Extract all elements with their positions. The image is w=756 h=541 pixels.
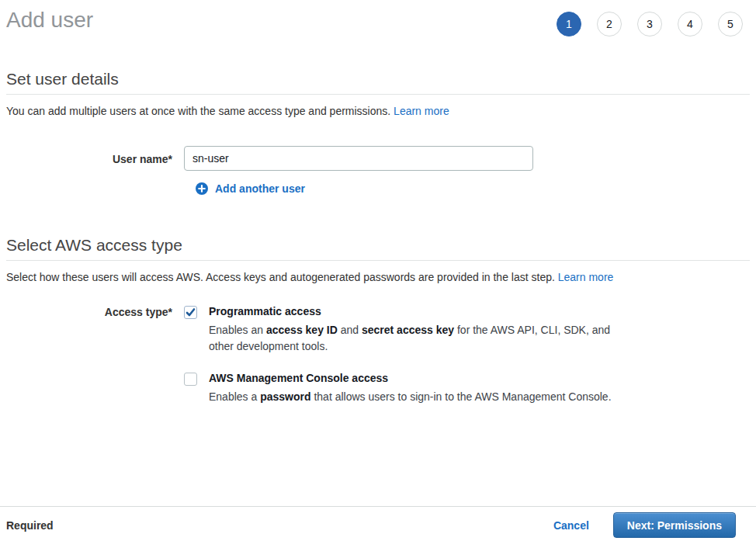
wizard-step-indicator: 1 2 3 4 5 <box>557 12 743 36</box>
desc-text: that allows users to sign-in to the AWS … <box>311 390 612 403</box>
option-programmatic-access: Programmatic access Enables an access ke… <box>184 305 612 355</box>
check-icon <box>186 307 196 317</box>
option-body: Programmatic access Enables an access ke… <box>209 305 612 355</box>
programmatic-access-checkbox[interactable] <box>184 306 197 319</box>
section-heading-access-type: Select AWS access type <box>6 236 750 255</box>
option-desc-programmatic: Enables an access key ID and secret acce… <box>209 322 612 355</box>
page-header: Add user 1 2 3 4 5 <box>6 0 750 36</box>
user-details-intro: You can add multiple users at once with … <box>6 105 750 117</box>
cancel-button[interactable]: Cancel <box>553 519 589 532</box>
username-input[interactable] <box>184 146 533 171</box>
learn-more-link-access-type[interactable]: Learn more <box>558 271 614 283</box>
step-circle-5: 5 <box>718 12 743 36</box>
desc-text: Enables an <box>209 324 266 336</box>
next-permissions-button[interactable]: Next: Permissions <box>613 512 736 538</box>
step-number: 4 <box>687 18 693 30</box>
step-circle-2: 2 <box>597 12 622 36</box>
option-title-programmatic: Programmatic access <box>209 305 612 317</box>
access-type-row: Access type* Programmatic access Enables… <box>6 305 750 405</box>
step-number: 2 <box>606 18 612 30</box>
access-type-label: Access type* <box>6 305 184 318</box>
required-note: Required <box>6 519 54 532</box>
username-row: User name* <box>6 146 750 171</box>
section-heading-user-details: Set user details <box>6 70 750 88</box>
step-circle-3: 3 <box>637 12 662 36</box>
step-circle-4: 4 <box>678 12 702 36</box>
user-details-intro-text: You can add multiple users at once with … <box>6 105 390 117</box>
step-number: 1 <box>566 18 572 30</box>
access-type-intro: Select how these users will access AWS. … <box>6 271 750 283</box>
option-title-console: AWS Management Console access <box>209 372 612 384</box>
console-access-checkbox[interactable] <box>184 373 197 386</box>
option-console-access: AWS Management Console access Enables a … <box>184 372 612 405</box>
step-number: 5 <box>727 18 733 30</box>
wizard-footer: Required Cancel Next: Permissions <box>0 506 756 538</box>
divider <box>6 260 750 261</box>
divider <box>6 94 750 95</box>
add-another-user-button[interactable]: Add another user <box>196 182 305 195</box>
access-type-intro-text: Select how these users will access AWS. … <box>6 271 555 283</box>
desc-bold: secret access key <box>362 324 454 336</box>
plus-circle-icon <box>196 182 208 195</box>
access-type-options: Programmatic access Enables an access ke… <box>184 305 612 405</box>
desc-text: Enables a <box>209 390 260 403</box>
step-circle-1: 1 <box>557 12 581 36</box>
page-title: Add user <box>6 9 93 33</box>
desc-bold: access key ID <box>266 324 338 336</box>
add-user-page: Add user 1 2 3 4 5 Set user details You … <box>0 0 756 405</box>
option-body: AWS Management Console access Enables a … <box>209 372 612 405</box>
desc-text: and <box>338 324 362 336</box>
step-number: 3 <box>647 18 653 30</box>
add-another-user-label: Add another user <box>215 182 305 195</box>
username-label: User name* <box>6 146 184 165</box>
desc-bold: password <box>260 390 310 403</box>
learn-more-link-user-details[interactable]: Learn more <box>394 105 449 117</box>
option-desc-console: Enables a password that allows users to … <box>209 389 612 405</box>
